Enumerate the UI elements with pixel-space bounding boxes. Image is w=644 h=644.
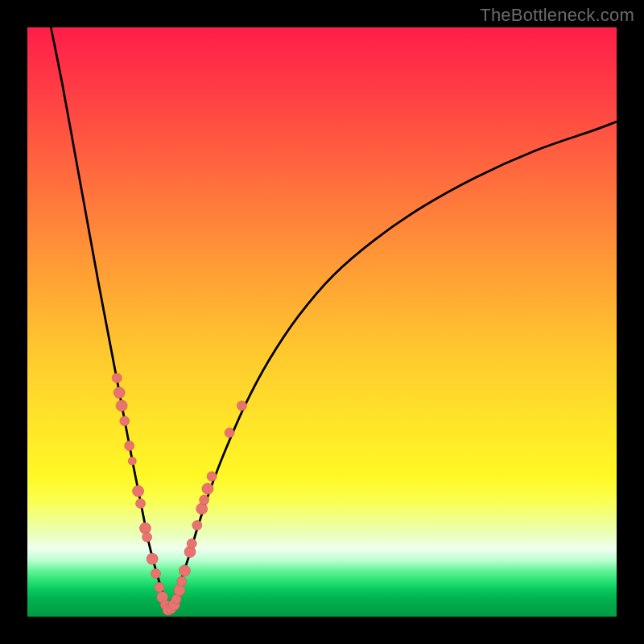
data-point (128, 457, 136, 465)
curve-right-branch (169, 122, 617, 611)
data-point (114, 387, 125, 398)
data-point (187, 539, 196, 548)
curve-layer (27, 27, 617, 617)
data-point (116, 400, 127, 411)
data-point (125, 441, 134, 451)
data-point (225, 428, 234, 438)
data-point (202, 483, 213, 494)
data-point (179, 565, 190, 576)
data-point (237, 401, 246, 411)
data-point (136, 498, 146, 508)
data-point (177, 576, 187, 586)
data-point (139, 522, 151, 534)
data-point (151, 569, 161, 579)
data-point (200, 495, 209, 505)
data-point (147, 553, 158, 564)
data-point (196, 503, 208, 514)
data-point (155, 582, 164, 592)
data-point (207, 472, 217, 481)
scatter-points (112, 374, 246, 616)
watermark-text: TheBottleneck.com (480, 5, 634, 26)
data-point (142, 532, 152, 542)
data-point (120, 416, 130, 426)
data-point (192, 521, 202, 530)
data-point (174, 584, 185, 596)
data-point (112, 374, 122, 383)
data-point (133, 485, 144, 497)
curve-left-branch (51, 27, 168, 611)
chart-frame: TheBottleneck.com (0, 0, 644, 644)
plot-area (27, 27, 617, 617)
